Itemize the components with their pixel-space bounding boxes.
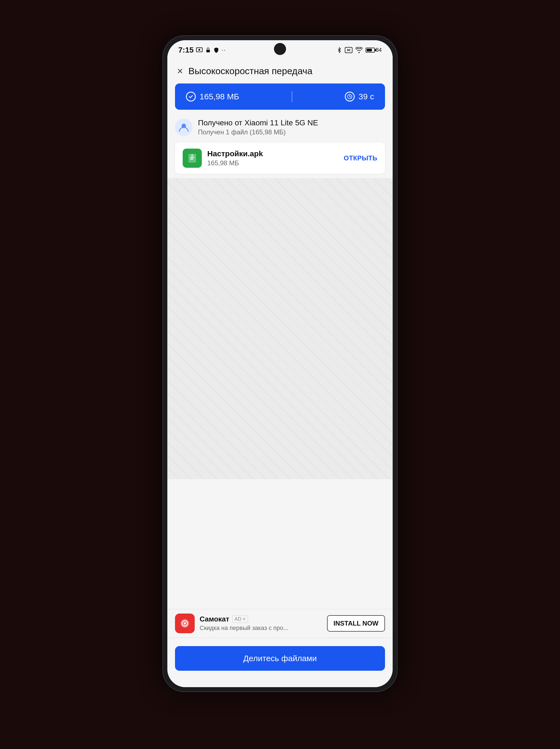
time-stat: 39 с: [345, 92, 374, 102]
app-content: × Высокоскоростная передача 165,98 МБ: [167, 60, 393, 687]
x-box-icon: [345, 47, 353, 53]
install-now-button[interactable]: INSTALL NOW: [327, 615, 385, 632]
shield-icon: [213, 47, 219, 53]
received-section: Получено от Xiaomi 11 Lite 5G NE Получен…: [167, 115, 393, 142]
file-name: Настройки.apk: [207, 149, 338, 158]
clock-icon: [345, 92, 355, 102]
received-from-label: Получено от Xiaomi 11 Lite 5G NE: [198, 119, 318, 127]
screen-record-icon: [196, 46, 203, 53]
bluetooth-icon: [337, 46, 342, 53]
ad-badge[interactable]: AD ×: [232, 616, 248, 623]
lock-icon: [205, 47, 211, 53]
file-info: Настройки.apk 165,98 МБ: [207, 149, 338, 167]
status-time: 7:15: [178, 46, 194, 55]
status-icons-right: 84: [337, 46, 382, 53]
open-button[interactable]: ОТКРЫТЬ: [344, 154, 377, 162]
ad-banner: Самокат AD × Скидка на первый заказ с пр…: [167, 609, 393, 638]
user-icon: [175, 119, 193, 136]
svg-rect-9: [190, 157, 195, 158]
stats-divider: [292, 91, 292, 102]
svg-rect-2: [206, 50, 210, 52]
stats-bar: 165,98 МБ 39 с: [175, 83, 385, 110]
file-icon: [183, 149, 202, 168]
wifi-icon: [355, 47, 363, 53]
ad-app-name: Самокат: [200, 615, 229, 623]
ad-info: Самокат AD × Скидка на первый заказ с пр…: [200, 615, 322, 632]
file-size: 165,98 МБ: [207, 159, 338, 167]
app-header: × Высокоскоростная передача: [167, 60, 393, 81]
received-info: Получено от Xiaomi 11 Lite 5G NE Получен…: [198, 119, 318, 136]
received-details-label: Получен 1 файл (165,98 МБ): [198, 128, 318, 136]
size-stat: 165,98 МБ: [186, 92, 239, 102]
svg-point-14: [184, 622, 186, 624]
svg-point-11: [191, 154, 193, 156]
size-value: 165,98 МБ: [200, 92, 239, 101]
file-card: Настройки.apk 165,98 МБ ОТКРЫТЬ: [175, 143, 385, 174]
close-button[interactable]: ×: [177, 65, 183, 77]
time-value: 39 с: [358, 92, 374, 101]
status-icons-left: ··: [196, 46, 226, 53]
dots-icon: ··: [222, 46, 226, 53]
empty-area: [167, 178, 393, 479]
svg-point-1: [199, 49, 200, 51]
page-title: Высокоскоростная передача: [188, 66, 313, 76]
checkmark-icon: [186, 92, 196, 102]
ad-description: Скидка на первый заказ с про...: [200, 624, 322, 632]
status-bar: 7:15 ··: [167, 40, 393, 60]
camera-notch: [274, 43, 286, 55]
ad-title-row: Самокат AD ×: [200, 615, 322, 623]
ad-app-icon: [175, 614, 195, 633]
battery-icon: 84: [365, 47, 382, 53]
battery-label: 84: [376, 47, 382, 53]
share-files-button[interactable]: Делитесь файлами: [175, 646, 385, 671]
svg-rect-10: [190, 159, 193, 159]
